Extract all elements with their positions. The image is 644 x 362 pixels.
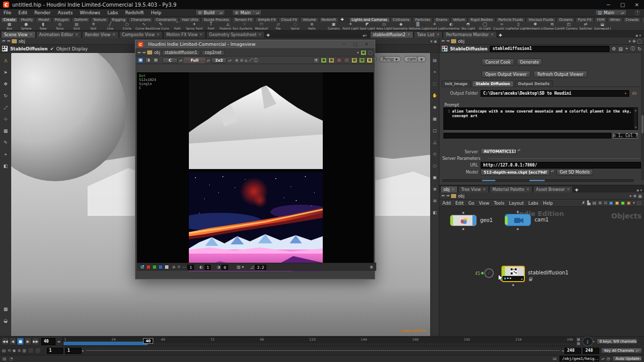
pane-tab[interactable]: Motion FX View✕	[163, 31, 206, 38]
desktop-build-dropdown[interactable]: ⊞ Build ▲▼	[195, 10, 225, 16]
view-tool-icon[interactable]: ◧	[2, 162, 10, 170]
diamond-icon[interactable]: ◇	[431, 151, 439, 158]
range-end-handle[interactable]: ◂	[562, 349, 564, 353]
range-slider-track[interactable]	[86, 350, 559, 351]
editor-splitter[interactable]	[443, 130, 638, 132]
context-path[interactable]: obj	[18, 39, 25, 44]
node-input-connector[interactable]	[517, 211, 519, 213]
url-field[interactable]: http://127.0.0.1:7860/	[481, 162, 641, 169]
jump-end-button[interactable]: ▶▶	[32, 338, 39, 345]
flag-yellow-icon[interactable]: ▣	[615, 201, 619, 205]
close-tab-icon[interactable]: ✕	[452, 187, 455, 191]
minimize-button[interactable]: ─	[601, 2, 615, 8]
list-icon[interactable]: ≣	[431, 186, 439, 193]
node-shape-icon[interactable]: ▙	[587, 201, 591, 205]
model-dropdown[interactable]: 512-depth-ema.ckpt [ecc79d931a]	[481, 169, 550, 176]
prompt-text[interactable]: alien landscape with a snow covered moun…	[451, 108, 634, 129]
add-network-tab-button[interactable]: ✚	[573, 188, 580, 192]
current-frame-field[interactable]: 40	[41, 338, 55, 345]
shelf-tool-gamepad-camera[interactable]: ⬓ Gamepad Camera	[594, 22, 611, 31]
rotate-tool-icon[interactable]: ↻	[2, 92, 10, 99]
sync-icon[interactable]: ⊜	[17, 348, 21, 353]
cancel-cook-button[interactable]: Cancel Cook	[482, 59, 514, 66]
back-icon[interactable]: ⬅	[137, 50, 141, 55]
node-stablediffusion1[interactable]: ▸	[501, 266, 525, 282]
shelf-tool-geometry-light[interactable]: ◆ Geometry Light	[393, 22, 409, 31]
search-icon[interactable]: ⌖	[625, 46, 628, 51]
shelf-tool-volume-light[interactable]: ▒ Volume Light	[409, 22, 426, 31]
network-menu-item[interactable]: View	[479, 201, 489, 206]
pane-tab[interactable]: Geometry Spreadsheet✕	[206, 31, 265, 38]
audio-scrub-icon[interactable]: ◉	[12, 348, 16, 353]
list-icon[interactable]: ▤	[593, 201, 597, 205]
menu-item[interactable]: Render	[31, 10, 54, 15]
close-tab-icon[interactable]: ✕	[407, 33, 410, 37]
presets-icon[interactable]: ▤	[619, 46, 623, 51]
network-pane-menu-icon[interactable]: ▪ ▾	[637, 188, 642, 192]
panel-icon[interactable]: ▣	[431, 174, 439, 181]
hscroll-thumb-2[interactable]	[529, 180, 545, 181]
back-icon[interactable]: ⬅	[2, 39, 6, 43]
pane-link-icon[interactable]: ▪▾	[362, 34, 367, 38]
draw-tool-icon[interactable]: ✎	[2, 139, 10, 146]
imageview-window[interactable]: Houdini Indie Limited-Commercial - Image…	[135, 40, 375, 280]
shelf-tool-l-systems[interactable]: ⑂ L-Systems	[236, 22, 253, 31]
shelf-tool-sky-light[interactable]: ◓ Sky Light	[460, 22, 477, 31]
network-editor[interactable]: obj✕ Tree View✕ Material Palette✕ Asset …	[439, 185, 644, 336]
close-tab-icon[interactable]: ✕	[259, 33, 262, 37]
key-button[interactable]: ⚷	[582, 337, 593, 346]
render-flag[interactable]	[472, 215, 476, 226]
plus-icon[interactable]: ⊞	[431, 198, 439, 205]
key-menu-icon[interactable]: ▾	[593, 340, 595, 343]
shelf-tool-spray-paint[interactable]: ✦ Spray Paint	[186, 22, 203, 31]
editor-scrollbar[interactable]: ▲▼	[634, 108, 637, 129]
camera-select-dropdown[interactable]: cam1▼	[404, 56, 426, 62]
pane-tab[interactable]: Render View✕	[82, 31, 119, 38]
close-tab-icon[interactable]: ✕	[30, 33, 33, 37]
network-pane-tab[interactable]: Tree View✕	[458, 186, 489, 192]
model-spinner[interactable]: ▲▼	[551, 170, 554, 172]
path-dropdown-icon[interactable]: ▾	[357, 50, 359, 55]
imageview-context[interactable]: obj	[154, 50, 160, 55]
select-tool-icon[interactable]: ➤	[2, 69, 10, 76]
split-icon[interactable]: ▾	[313, 58, 319, 63]
gamma-icon[interactable]: ◿	[250, 265, 254, 269]
flag-blue-icon[interactable]: ▣	[609, 201, 613, 205]
network-pane-tab[interactable]: obj✕	[440, 186, 458, 192]
split-mode-icon[interactable]: ◨	[145, 58, 151, 63]
persp-view-dropdown[interactable]: Persp▼	[379, 56, 402, 62]
display-flag[interactable]	[505, 216, 508, 225]
warning-icon[interactable]: ⚠	[2, 57, 10, 64]
forward-icon[interactable]: ➡	[143, 50, 146, 55]
find-icon[interactable]: ⌖	[633, 201, 635, 206]
grid-on-icon[interactable]: ⊞	[598, 201, 602, 205]
close-button[interactable]: ✕	[630, 2, 644, 8]
offset-value[interactable]: 0	[221, 265, 228, 270]
stop-button[interactable]: ■	[17, 338, 24, 345]
gear-icon[interactable]: ⚙	[612, 46, 616, 51]
close-tab-icon[interactable]: ✕	[200, 33, 203, 37]
global-end-field[interactable]: 248	[583, 348, 599, 354]
pose-tool-icon[interactable]: ⊹	[2, 116, 10, 123]
node-label-geo1[interactable]: geo1	[480, 217, 493, 223]
layout-mode-icon[interactable]: ▤	[153, 58, 159, 63]
node-label-cam1[interactable]: cam1	[535, 217, 549, 222]
network-menu-item[interactable]: Layout	[509, 201, 524, 206]
back-icon[interactable]: ⬅	[441, 39, 445, 43]
shelf-tool-vr-camera[interactable]: ◰ VR Camera	[561, 22, 577, 31]
node-output-connector[interactable]	[462, 228, 464, 230]
compare-icon[interactable]: ⊜	[172, 265, 176, 269]
shelf-tool-environment-light[interactable]: ◐ Environment Light	[443, 22, 460, 31]
green-channel-icon[interactable]	[152, 265, 157, 269]
vscroll-thumb[interactable]	[641, 115, 643, 133]
offset-icon[interactable]: ◑	[216, 265, 220, 269]
network-menu-item[interactable]: Labs	[528, 201, 539, 206]
viewport-node-name[interactable]: StableDiffusion	[10, 46, 47, 51]
network-pane-tab[interactable]: Material Palette✕	[489, 186, 533, 192]
pane-tab[interactable]: Animation Editor✕	[36, 31, 81, 38]
realtime-icon[interactable]: ▤	[2, 348, 6, 353]
pane-tab[interactable]: Performance Monitor✕	[443, 31, 497, 38]
shelf-tool-gi-light[interactable]: ◯ GI Light	[477, 22, 493, 31]
param-context-path[interactable]: obj	[458, 39, 464, 44]
tri-icon[interactable]: △	[431, 139, 439, 146]
